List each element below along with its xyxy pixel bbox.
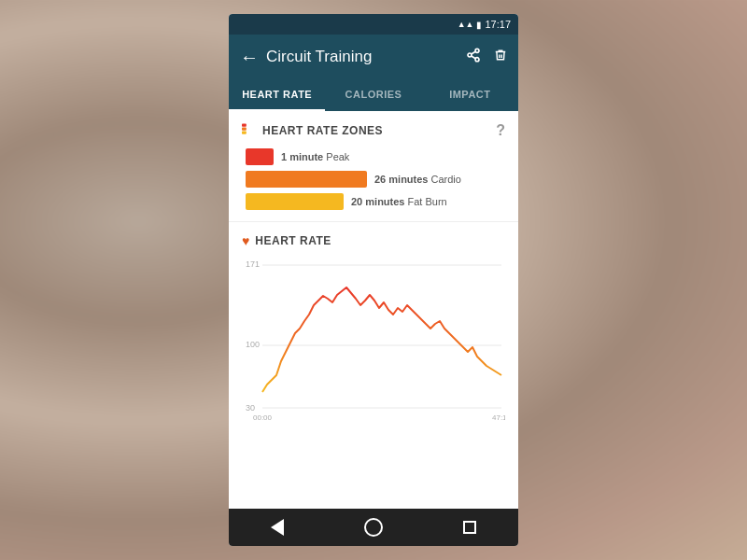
- delete-icon[interactable]: [494, 48, 507, 66]
- zone-list: 1 minute Peak 26 minutes Cardio 20 minut…: [242, 148, 505, 210]
- svg-rect-5: [242, 123, 247, 126]
- zones-icon: [242, 123, 257, 139]
- svg-point-0: [475, 49, 479, 52]
- zone-item-cardio: 26 minutes Cardio: [246, 171, 505, 188]
- tabs: HEART RATE CALORIES IMPACT: [229, 79, 518, 111]
- zones-section-title: HEART RATE ZONES: [262, 124, 383, 137]
- phone-shell: ▲▲ ▮ 17:17 ← Circuit Training HEA: [229, 14, 518, 546]
- zones-section-header: HEART RATE ZONES ?: [242, 122, 505, 139]
- back-nav-icon: [271, 519, 284, 536]
- battery-icon: ▮: [476, 20, 482, 30]
- back-nav-button[interactable]: [262, 512, 292, 542]
- tab-calories[interactable]: CALORIES: [325, 79, 421, 111]
- svg-text:47:10: 47:10: [492, 413, 505, 422]
- section-divider: [229, 221, 518, 222]
- help-icon[interactable]: ?: [496, 122, 505, 139]
- svg-rect-6: [242, 127, 247, 130]
- signal-icon: ▲▲: [458, 20, 474, 29]
- chart-title: HEART RATE: [255, 234, 331, 247]
- status-icons: ▲▲ ▮ 17:17: [458, 19, 511, 30]
- heart-icon: ♥: [242, 233, 249, 248]
- back-button[interactable]: ←: [240, 48, 259, 66]
- zone-bar-peak: [246, 148, 274, 165]
- home-nav-icon: [364, 518, 383, 537]
- header: ← Circuit Training: [229, 35, 518, 79]
- zone-item-fatburn: 20 minutes Fat Burn: [246, 193, 505, 210]
- zone-label-fatburn: 20 minutes Fat Burn: [351, 196, 447, 207]
- svg-line-3: [472, 56, 476, 59]
- svg-text:00:00: 00:00: [253, 413, 273, 422]
- zone-item-peak: 1 minute Peak: [246, 148, 505, 165]
- zone-label-cardio: 26 minutes Cardio: [374, 174, 461, 185]
- status-bar: ▲▲ ▮ 17:17: [229, 14, 518, 35]
- recents-nav-button[interactable]: [455, 512, 485, 542]
- header-actions: [466, 48, 507, 66]
- heart-rate-zones-section: HEART RATE ZONES ? 1 minute Peak 26 minu…: [229, 111, 518, 217]
- status-time: 17:17: [485, 19, 511, 30]
- heart-rate-chart: 171 100 30: [242, 254, 505, 427]
- heart-rate-chart-section: ♥ HEART RATE 171 100 30: [229, 226, 518, 430]
- share-icon[interactable]: [466, 48, 481, 66]
- tab-impact[interactable]: IMPACT: [422, 79, 518, 111]
- content-area: HEART RATE ZONES ? 1 minute Peak 26 minu…: [229, 111, 518, 509]
- tab-heart-rate[interactable]: HEART RATE: [229, 79, 325, 111]
- zone-bar-fatburn: [246, 193, 344, 210]
- svg-text:30: 30: [246, 403, 255, 413]
- svg-point-2: [475, 58, 479, 62]
- svg-text:171: 171: [246, 259, 260, 269]
- heart-rate-line: [262, 287, 501, 392]
- svg-point-1: [468, 53, 472, 57]
- home-nav-button[interactable]: [359, 512, 388, 542]
- zone-label-peak: 1 minute Peak: [281, 151, 349, 162]
- header-title: Circuit Training: [266, 48, 466, 66]
- zones-title-row: HEART RATE ZONES: [242, 123, 383, 139]
- svg-text:100: 100: [246, 340, 260, 349]
- svg-line-4: [472, 51, 476, 54]
- bottom-nav: [229, 509, 518, 546]
- recents-nav-icon: [463, 521, 476, 534]
- svg-rect-7: [242, 131, 247, 133]
- zone-bar-cardio: [246, 171, 367, 188]
- chart-svg: 171 100 30: [242, 254, 505, 427]
- chart-header: ♥ HEART RATE: [242, 233, 505, 248]
